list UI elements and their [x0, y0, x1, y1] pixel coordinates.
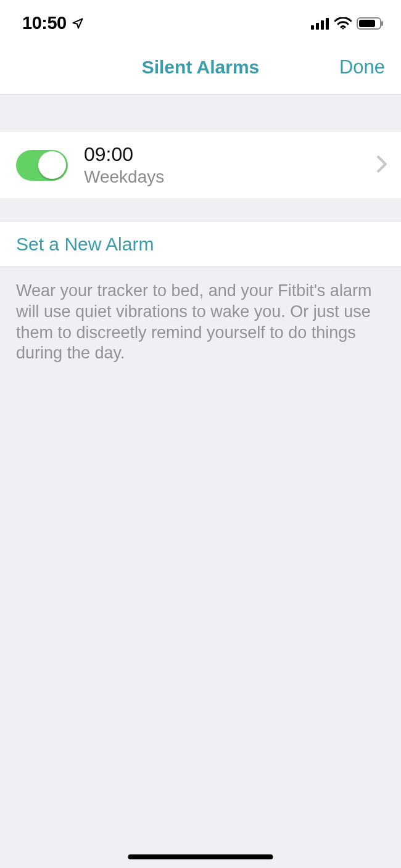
cellular-icon	[311, 17, 329, 30]
alarm-days: Weekdays	[84, 167, 360, 187]
status-bar: 10:50	[0, 0, 401, 40]
svg-point-4	[342, 27, 344, 29]
set-new-alarm-label: Set a New Alarm	[16, 234, 154, 255]
chevron-right-icon	[376, 155, 387, 175]
section-gap	[0, 94, 401, 131]
set-new-alarm-button[interactable]: Set a New Alarm	[0, 221, 401, 267]
svg-rect-0	[311, 25, 314, 30]
svg-rect-2	[321, 20, 324, 30]
home-indicator[interactable]	[128, 854, 273, 859]
page-title: Silent Alarms	[142, 57, 260, 78]
svg-rect-7	[381, 21, 383, 26]
footer-description: Wear your tracker to bed, and your Fitbi…	[0, 267, 401, 364]
alarm-row[interactable]: 09:00 Weekdays	[0, 131, 401, 199]
alarm-text: 09:00 Weekdays	[84, 143, 360, 187]
svg-rect-3	[326, 18, 329, 30]
wifi-icon	[334, 17, 352, 30]
status-time: 10:50	[22, 13, 67, 33]
alarm-time: 09:00	[84, 143, 360, 166]
svg-rect-1	[316, 23, 319, 30]
battery-icon	[357, 17, 384, 30]
section-gap	[0, 199, 401, 221]
navigation-bar: Silent Alarms Done	[0, 40, 401, 94]
alarm-toggle[interactable]	[16, 150, 68, 181]
status-left: 10:50	[22, 13, 84, 33]
done-button[interactable]: Done	[339, 56, 385, 78]
status-right	[311, 17, 384, 30]
svg-rect-6	[359, 20, 375, 27]
location-icon	[72, 17, 84, 30]
